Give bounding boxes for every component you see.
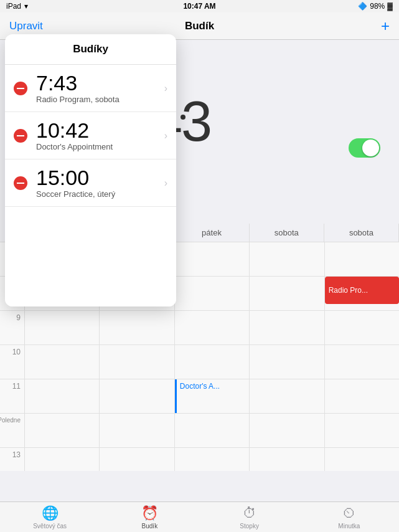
alarm-toggle-container xyxy=(349,138,380,158)
alarm-time-1: 7:43 xyxy=(36,72,159,93)
cal-cell-poledne-5[interactable] xyxy=(325,414,399,447)
alarm-delete-button-3[interactable] xyxy=(14,176,27,190)
cal-cell-8-5[interactable]: Radio Pro... xyxy=(325,277,399,310)
alarm-label-3: Soccer Practice, úterý xyxy=(36,189,159,199)
cal-row-poledne: Poledne xyxy=(0,414,399,448)
add-alarm-button[interactable]: + xyxy=(381,19,390,34)
alarm-label-2: Doctor's Appointment xyxy=(36,142,159,151)
alarm-item-3[interactable]: 15:00 Soccer Practice, úterý › xyxy=(5,159,176,207)
status-right: 🔷 98% ▓ xyxy=(358,2,393,11)
time-label-13: 13 xyxy=(0,448,25,471)
alarm-delete-button-1[interactable] xyxy=(14,82,27,95)
cal-cell-9-3[interactable] xyxy=(175,311,250,344)
cal-cell-10-5[interactable] xyxy=(325,345,399,379)
cal-cell-8-4[interactable] xyxy=(250,277,324,310)
doctor-event-bar xyxy=(175,379,177,413)
wifi-icon: ▾ xyxy=(24,2,28,11)
time-label-poledne: Poledne xyxy=(0,414,25,447)
status-bar: iPad ▾ 10:47 AM 🔷 98% ▓ xyxy=(0,0,399,12)
cal-header-patek: pátek xyxy=(174,224,249,242)
cal-cell-10-1[interactable] xyxy=(25,345,100,379)
alarm-label-1: Radio Program, sobota xyxy=(36,95,159,104)
tab-svetovy-cas[interactable]: 🌐 Světový čas xyxy=(0,502,100,532)
cal-cell-9-4[interactable] xyxy=(250,311,324,344)
cal-cell-11-3[interactable]: Doctor's A... xyxy=(175,379,250,413)
alarm-popup: Budíky 7:43 Radio Program, sobota › 10:4… xyxy=(5,34,176,306)
radio-event[interactable]: Radio Pro... xyxy=(325,277,399,304)
alarm-chevron-2: › xyxy=(164,130,167,141)
time-label-9: 9 xyxy=(0,311,25,344)
edit-button[interactable]: Upravit xyxy=(9,20,43,32)
status-left: iPad ▾ xyxy=(6,2,28,11)
tab-label-stopky: Stopky xyxy=(240,523,259,530)
cal-cell-poledne-1[interactable] xyxy=(25,414,100,447)
time-label-10: 10 xyxy=(0,345,25,379)
cal-cell-13-2[interactable] xyxy=(100,448,174,471)
alarm-info-3: 15:00 Soccer Practice, úterý xyxy=(36,167,159,199)
nav-title: Budík xyxy=(185,20,214,32)
doctor-event[interactable]: Doctor's A... xyxy=(180,382,220,391)
cal-header-sobota2: sobota xyxy=(324,224,399,242)
cal-cell-13-1[interactable] xyxy=(25,448,100,471)
toggle-knob xyxy=(362,140,379,156)
cal-cell-11-2[interactable] xyxy=(100,379,174,413)
tab-label-budik: Budík xyxy=(142,523,158,530)
battery-icon: ▓ xyxy=(387,2,393,11)
tab-label-minutka: Minutka xyxy=(338,523,360,530)
cal-cell-11-4[interactable] xyxy=(250,379,324,413)
carrier-label: iPad xyxy=(6,2,21,11)
cal-cell-7-4[interactable] xyxy=(250,242,324,276)
big-clock-dot xyxy=(181,115,185,120)
alarm-info-2: 10:42 Doctor's Appointment xyxy=(36,120,159,151)
cal-cell-13-3[interactable] xyxy=(175,448,250,471)
cal-cell-11-5[interactable] xyxy=(325,379,399,413)
stopwatch-icon: ⏱ xyxy=(243,505,256,521)
cal-cell-9-2[interactable] xyxy=(100,311,174,344)
cal-cell-7-3[interactable] xyxy=(175,242,250,276)
time-label-11: 11 xyxy=(0,379,25,413)
cal-cell-11-1[interactable] xyxy=(25,379,100,413)
cal-cell-9-5[interactable] xyxy=(325,311,399,344)
cal-cell-poledne-3[interactable] xyxy=(175,414,250,447)
alarm-empty-space xyxy=(5,207,176,306)
cal-cell-10-3[interactable] xyxy=(175,345,250,379)
alarm-time-2: 10:42 xyxy=(36,120,159,141)
alarm-icon: ⏰ xyxy=(141,505,158,521)
tab-stopky[interactable]: ⏱ Stopky xyxy=(200,502,299,532)
alarm-toggle[interactable] xyxy=(349,138,380,158)
status-time: 10:47 AM xyxy=(183,2,215,11)
cal-header-sobota1: sobota xyxy=(250,224,324,242)
alarm-chevron-1: › xyxy=(164,83,167,94)
cal-cell-poledne-4[interactable] xyxy=(250,414,324,447)
cal-cell-13-4[interactable] xyxy=(250,448,324,471)
cal-cell-8-3[interactable] xyxy=(175,277,250,310)
alarm-delete-button-2[interactable] xyxy=(14,129,27,143)
cal-cell-poledne-2[interactable] xyxy=(100,414,174,447)
cal-cell-7-5[interactable] xyxy=(325,242,399,276)
cal-cell-9-1[interactable] xyxy=(25,311,100,344)
alarm-item-1[interactable]: 7:43 Radio Program, sobota › xyxy=(5,65,176,112)
cal-row-13: 13 xyxy=(0,448,399,471)
alarm-time-3: 15:00 xyxy=(36,167,159,188)
alarm-item-2[interactable]: 10:42 Doctor's Appointment › xyxy=(5,112,176,159)
cal-row-9: 9 xyxy=(0,311,399,345)
timer-icon: ⏲ xyxy=(342,505,356,521)
tab-bar: 🌐 Světový čas ⏰ Budík ⏱ Stopky ⏲ Minutka xyxy=(0,501,399,532)
alarm-popup-title: Budíky xyxy=(5,34,176,65)
tab-minutka[interactable]: ⏲ Minutka xyxy=(299,502,399,532)
bluetooth-icon: 🔷 xyxy=(358,2,367,11)
cal-row-11: 11 Doctor's A... xyxy=(0,379,399,414)
cal-cell-10-2[interactable] xyxy=(100,345,174,379)
tab-label-svetovy-cas: Světový čas xyxy=(33,523,67,530)
alarm-info-1: 7:43 Radio Program, sobota xyxy=(36,72,159,104)
cal-cell-10-4[interactable] xyxy=(250,345,324,379)
tab-budik[interactable]: ⏰ Budík xyxy=(100,502,199,532)
globe-icon: 🌐 xyxy=(42,505,59,521)
battery-label: 98% xyxy=(370,2,385,11)
alarm-chevron-3: › xyxy=(164,178,167,189)
cal-row-10: 10 xyxy=(0,345,399,379)
cal-cell-13-5[interactable] xyxy=(325,448,399,471)
